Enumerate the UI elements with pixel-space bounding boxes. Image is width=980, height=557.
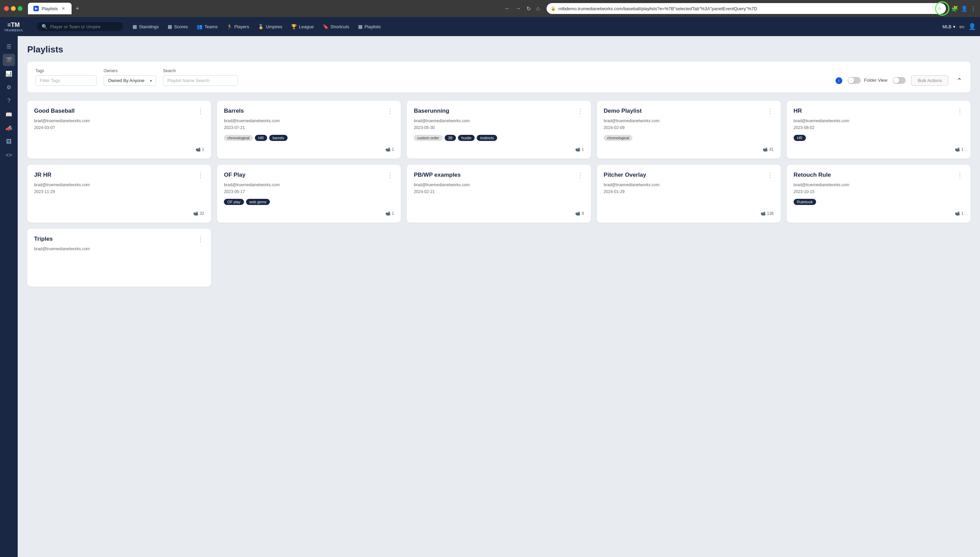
video-count-icon: 📹 — [575, 147, 580, 152]
playlist-card[interactable]: PB/WP examples ⋮ brad@truemedianetworks.… — [407, 165, 591, 223]
owners-select[interactable]: Owned By Anyone Owned By Me — [104, 75, 156, 86]
playlist-card[interactable]: Baserunning ⋮ brad@truemedianetworks.com… — [407, 101, 591, 159]
logo-icon: ≡TM TRUMEDIA — [4, 21, 23, 32]
more-icon[interactable]: ⋮ — [970, 5, 976, 12]
card-email: brad@truemedianetworks.com — [604, 119, 774, 123]
sidebar-stats-button[interactable]: 📊 — [3, 67, 15, 80]
card-title: Barrels — [224, 107, 386, 114]
nav-standings[interactable]: ▦ Standings — [129, 22, 163, 31]
card-tag[interactable]: 3B — [445, 135, 456, 141]
card-menu-button[interactable]: ⋮ — [386, 172, 394, 179]
card-date: 2023-05-17 — [224, 189, 394, 194]
playlist-card[interactable]: Demo Playlist ⋮ brad@truemedianetworks.c… — [597, 101, 781, 159]
card-footer: 📹9 — [414, 207, 584, 216]
card-tag[interactable]: barrels — [269, 135, 287, 141]
nav-umpires[interactable]: 🏅 Umpires — [254, 22, 286, 31]
card-title: HR — [794, 107, 956, 114]
sidebar-media-button[interactable]: 🖼 — [3, 135, 15, 148]
nav-playlists[interactable]: ▦ Playlists — [354, 22, 385, 31]
card-menu-button[interactable]: ⋮ — [577, 107, 584, 115]
card-header: Barrels ⋮ — [224, 107, 394, 115]
card-menu-button[interactable]: ⋮ — [386, 107, 394, 115]
bulk-actions-button[interactable]: Bulk Actions — [911, 75, 948, 86]
tab-close-button[interactable]: ✕ — [60, 6, 66, 11]
card-count: 📹32 — [193, 211, 204, 216]
nav-shortcuts[interactable]: 🔖 Shortcuts — [318, 22, 353, 31]
card-tag[interactable]: OF play — [224, 199, 244, 205]
card-email: brad@truemedianetworks.com — [224, 182, 394, 187]
card-menu-button[interactable]: ⋮ — [956, 172, 964, 179]
profile-icon[interactable]: 👤 — [961, 5, 968, 12]
nav-search-input[interactable] — [50, 24, 118, 29]
sidebar-announce-button[interactable]: 📣 — [3, 122, 15, 134]
card-header: HR ⋮ — [794, 107, 964, 115]
card-menu-button[interactable]: ⋮ — [766, 107, 774, 115]
maximize-button[interactable] — [18, 6, 23, 11]
playlist-card[interactable]: JR HR ⋮ brad@truemedianetworks.com 2023-… — [27, 165, 211, 223]
card-tag[interactable]: HR — [255, 135, 267, 141]
playlist-card[interactable]: Pitcher Overlay ⋮ brad@truemedianetworks… — [597, 165, 781, 223]
back-button[interactable]: ← — [503, 4, 511, 13]
tags-input[interactable] — [36, 75, 97, 86]
league-selector[interactable]: MLB ▾ — [942, 24, 956, 29]
card-menu-button[interactable]: ⋮ — [956, 107, 964, 115]
card-tag[interactable]: hustle — [458, 135, 475, 141]
playlist-card[interactable]: Triples ⋮ brad@truemedianetworks.com — [27, 229, 211, 287]
card-menu-button[interactable]: ⋮ — [577, 172, 584, 179]
card-menu-button[interactable]: ⋮ — [197, 107, 204, 115]
standings-icon: ▦ — [132, 24, 137, 29]
sidebar-settings-button[interactable]: ⚙ — [3, 81, 15, 93]
extensions-icon[interactable]: 🧩 — [951, 5, 958, 12]
card-tag[interactable]: HR — [794, 135, 806, 141]
sidebar-help-button[interactable]: ? — [3, 94, 15, 107]
playlist-card[interactable]: Barrels ⋮ brad@truemedianetworks.com 202… — [217, 101, 401, 159]
home-button[interactable]: ⌂ — [535, 4, 541, 13]
folder-view-toggle[interactable] — [848, 77, 861, 84]
league-dropdown-icon: ▾ — [953, 24, 956, 29]
bookmark-icon[interactable]: ☆ — [938, 6, 942, 11]
logo-area[interactable]: ≡TM TRUMEDIA — [4, 21, 31, 32]
minimize-button[interactable] — [11, 6, 16, 11]
card-email: brad@truemedianetworks.com — [34, 182, 204, 187]
sidebar-menu-button[interactable]: ☰ — [3, 40, 15, 52]
bulk-toggle[interactable] — [893, 77, 906, 84]
video-count-icon: 📹 — [385, 211, 390, 216]
card-tags: HR — [794, 135, 964, 141]
sidebar-book-button[interactable]: 📖 — [3, 108, 15, 121]
forward-button[interactable]: → — [514, 4, 523, 13]
nav-players[interactable]: 🏃 Players — [222, 22, 253, 31]
user-icon[interactable]: 👤 — [969, 23, 976, 30]
bulk-toggle-group — [893, 77, 906, 84]
playlist-card[interactable]: OF Play ⋮ brad@truemedianetworks.com 202… — [217, 165, 401, 223]
card-menu-button[interactable]: ⋮ — [766, 172, 774, 179]
close-button[interactable] — [4, 6, 9, 11]
playlist-card[interactable]: Retouch Rule ⋮ brad@truemedianetworks.co… — [787, 165, 970, 223]
playlist-card[interactable]: HR ⋮ brad@truemedianetworks.com 2023-08-… — [787, 101, 970, 159]
nav-scores[interactable]: ▦ Scores — [163, 22, 192, 31]
nav-league[interactable]: 🏆 League — [287, 22, 318, 31]
card-tag[interactable]: web gems — [246, 199, 270, 205]
card-menu-button[interactable]: ⋮ — [197, 172, 204, 179]
card-tag[interactable]: instincts — [477, 135, 497, 141]
url-text[interactable]: mlbdemo.trumedianetworks.com/baseball/pl… — [559, 6, 935, 11]
sidebar-video-button[interactable]: 🎬 — [3, 54, 15, 66]
order-tag: chronological — [224, 135, 253, 141]
playlists-icon: ▦ — [358, 24, 363, 29]
card-menu-button[interactable]: ⋮ — [197, 236, 204, 243]
nav-teams[interactable]: 👥 Teams — [193, 22, 222, 31]
collapse-button[interactable]: ⌃ — [957, 77, 962, 85]
new-tab-button[interactable]: + — [73, 4, 82, 14]
address-bar[interactable]: 🔒 mlbdemo.trumedianetworks.com/baseball/… — [547, 3, 946, 14]
refresh-button[interactable]: ↻ — [525, 4, 532, 13]
sidebar-code-button[interactable]: <> — [3, 149, 15, 161]
active-tab[interactable]: ▶ Playlists ✕ — [28, 3, 72, 14]
language-selector[interactable]: en — [960, 24, 964, 29]
tab-title: Playlists — [42, 6, 58, 11]
playlist-card[interactable]: Good Baseball ⋮ brad@truemedianetworks.c… — [27, 101, 211, 159]
info-button[interactable]: i — [836, 77, 842, 84]
card-email: brad@truemedianetworks.com — [34, 246, 204, 251]
card-count: 📹1 — [385, 211, 394, 216]
search-input[interactable] — [163, 75, 238, 86]
search-icon: 🔍 — [42, 24, 47, 29]
card-tag[interactable]: Rulebook — [794, 199, 816, 205]
